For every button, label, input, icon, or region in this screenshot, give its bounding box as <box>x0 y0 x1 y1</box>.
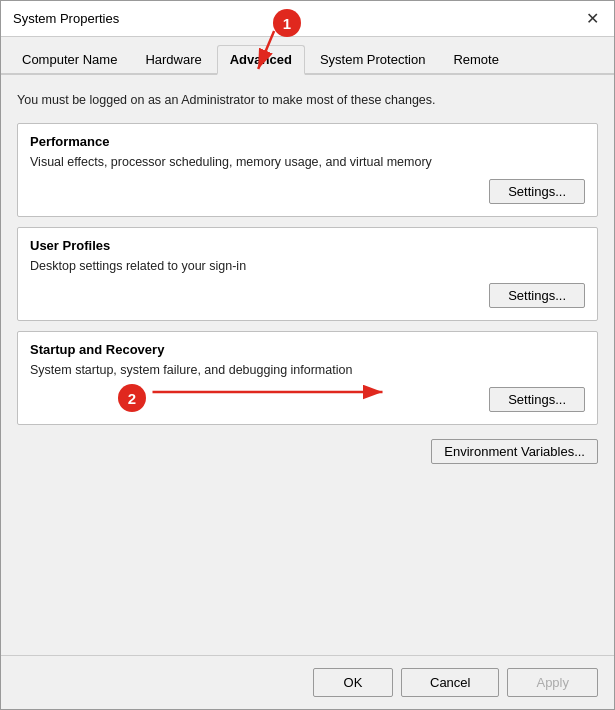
system-properties-dialog: 1 System Properties ✕ Computer Name Hard… <box>0 0 615 710</box>
startup-recovery-section: 2 Startup and Recovery System startup, s… <box>17 331 598 425</box>
performance-desc: Visual effects, processor scheduling, me… <box>30 155 585 169</box>
close-button[interactable]: ✕ <box>578 5 606 33</box>
tab-remote[interactable]: Remote <box>440 45 512 75</box>
tab-advanced[interactable]: Advanced <box>217 45 305 75</box>
user-profiles-title: User Profiles <box>30 238 585 253</box>
bottom-bar: OK Cancel Apply <box>1 655 614 709</box>
performance-settings-button[interactable]: Settings... <box>489 179 585 204</box>
performance-section: Performance Visual effects, processor sc… <box>17 123 598 217</box>
title-bar: System Properties ✕ <box>1 1 614 37</box>
tab-hardware[interactable]: Hardware <box>132 45 214 75</box>
performance-title: Performance <box>30 134 585 149</box>
startup-recovery-btn-row: Settings... <box>30 387 585 412</box>
cancel-button[interactable]: Cancel <box>401 668 499 697</box>
performance-btn-row: Settings... <box>30 179 585 204</box>
ok-button[interactable]: OK <box>313 668 393 697</box>
user-profiles-btn-row: Settings... <box>30 283 585 308</box>
tab-system-protection[interactable]: System Protection <box>307 45 439 75</box>
tab-content: You must be logged on as an Administrato… <box>1 75 614 655</box>
dialog-title: System Properties <box>13 11 119 26</box>
admin-notice: You must be logged on as an Administrato… <box>17 89 598 113</box>
startup-recovery-desc: System startup, system failure, and debu… <box>30 363 585 377</box>
tab-bar: Computer Name Hardware Advanced System P… <box>1 37 614 75</box>
apply-button[interactable]: Apply <box>507 668 598 697</box>
user-profiles-section: User Profiles Desktop settings related t… <box>17 227 598 321</box>
environment-variables-button[interactable]: Environment Variables... <box>431 439 598 464</box>
user-profiles-settings-button[interactable]: Settings... <box>489 283 585 308</box>
startup-recovery-title: Startup and Recovery <box>30 342 585 357</box>
user-profiles-desc: Desktop settings related to your sign-in <box>30 259 585 273</box>
tab-computer-name[interactable]: Computer Name <box>9 45 130 75</box>
env-variables-row: Environment Variables... <box>17 439 598 464</box>
startup-recovery-settings-button[interactable]: Settings... <box>489 387 585 412</box>
